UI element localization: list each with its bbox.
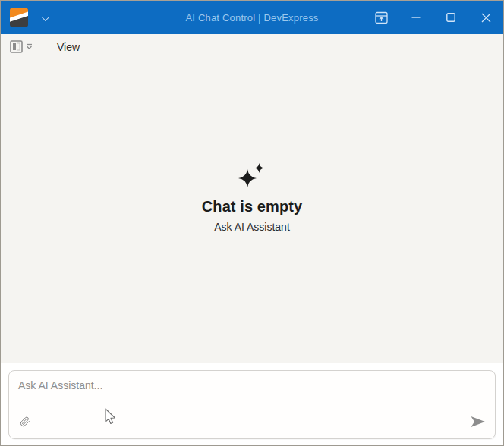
attach-file-button[interactable] — [18, 415, 32, 429]
paperclip-icon — [18, 415, 32, 429]
quick-access-chevron-icon[interactable] — [36, 9, 52, 26]
chat-message-area: Chat is empty Ask AI Assistant — [1, 60, 503, 363]
minimize-icon — [411, 13, 421, 22]
ribbon-bar: View — [1, 34, 503, 60]
close-button[interactable] — [468, 1, 503, 34]
maximize-icon — [446, 13, 455, 22]
ai-sparkles-icon — [238, 163, 266, 189]
titlebar: AI Chat Control | DevExpress — [1, 1, 503, 34]
empty-state-title: Chat is empty — [202, 198, 302, 215]
chevron-vee — [41, 14, 49, 21]
panel-layout-icon — [10, 40, 24, 54]
composer-toolbar — [9, 411, 495, 438]
send-icon — [471, 416, 486, 428]
panel-layout-dropdown-button[interactable] — [10, 40, 33, 54]
ribbon-display-options-button[interactable] — [364, 1, 398, 34]
maximize-button[interactable] — [433, 1, 468, 34]
minimize-button[interactable] — [398, 1, 433, 34]
composer-box — [8, 370, 496, 439]
ribbon-display-options-icon — [375, 11, 388, 24]
send-button[interactable] — [471, 416, 486, 428]
close-icon — [481, 13, 491, 23]
app-window: AI Chat Control | DevExpress — [0, 0, 504, 446]
chevron-down-icon — [26, 40, 33, 54]
tab-view[interactable]: View — [55, 38, 81, 56]
composer-region — [1, 363, 503, 445]
message-input[interactable] — [9, 371, 495, 411]
empty-state: Chat is empty Ask AI Assistant — [202, 163, 302, 233]
app-logo-icon[interactable] — [10, 8, 28, 27]
empty-state-subtitle: Ask AI Assistant — [214, 221, 290, 233]
window-controls — [364, 1, 503, 34]
